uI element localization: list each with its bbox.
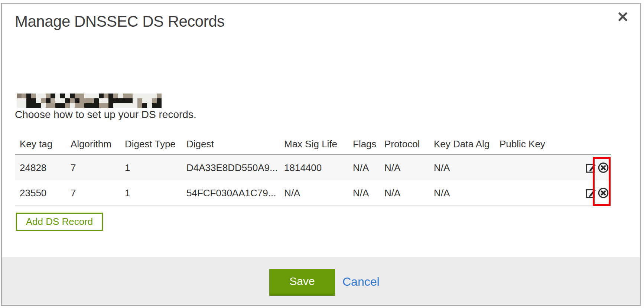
redaction-pixel — [17, 94, 22, 98]
page-background: Manage DNSSEC DS Records Choose how to s… — [0, 0, 644, 308]
redaction-pixel — [118, 103, 123, 108]
redaction-pixel — [94, 94, 99, 98]
redaction-pixel — [26, 103, 31, 108]
table-cell: 24828 — [15, 155, 66, 180]
redaction-pixel — [22, 94, 26, 98]
redaction-pixel — [65, 103, 70, 108]
redaction-pixel — [94, 103, 99, 108]
redaction-pixel — [17, 98, 22, 103]
table-cell: 7 — [66, 180, 120, 206]
redaction-pixel — [104, 94, 108, 98]
table-cell: N/A — [380, 155, 429, 180]
redaction-pixel — [113, 94, 118, 98]
redaction-pixel — [75, 103, 79, 108]
redaction-pixel — [152, 103, 157, 108]
redaction-pixel — [31, 94, 36, 98]
save-button[interactable]: Save — [269, 269, 335, 296]
table-cell — [495, 155, 579, 180]
redaction-pixel — [79, 94, 84, 98]
redaction-pixel — [152, 94, 157, 98]
table-row: 235507154FCF030AA1C79...N/AN/AN/AN/A — [15, 180, 611, 206]
cancel-link[interactable]: Cancel — [342, 275, 380, 289]
redaction-pixel — [104, 98, 108, 103]
redaction-pixel — [99, 103, 104, 108]
redaction-pixel — [89, 94, 94, 98]
add-ds-record-button[interactable]: Add DS Record — [16, 213, 103, 231]
redaction-pixel — [26, 98, 31, 103]
table-cell: D4A33E8DD550A9... — [182, 155, 279, 180]
table-cell: 23550 — [15, 180, 66, 206]
redaction-pixel — [84, 94, 89, 98]
dialog-title: Manage DNSSEC DS Records — [15, 13, 225, 30]
redaction-pixel — [89, 103, 94, 108]
edit-icon — [585, 187, 597, 199]
redaction-pixel — [17, 103, 22, 108]
column-header: Protocol — [380, 134, 429, 155]
column-header: Digest Type — [120, 134, 182, 155]
redaction-pixel — [104, 103, 108, 108]
redaction-pixel — [22, 103, 26, 108]
redaction-pixel — [60, 98, 65, 103]
table-cell: N/A — [348, 155, 380, 180]
redaction-pixel — [55, 98, 60, 103]
column-header-actions — [579, 134, 611, 155]
redaction-pixel — [133, 103, 137, 108]
redaction-pixel — [137, 94, 142, 98]
table-body: 2482871D4A33E8DD550A9...1814400N/AN/AN/A… — [15, 155, 611, 206]
redaction-pixel — [108, 103, 113, 108]
instruction-text: Choose how to set up your DS records. — [15, 109, 196, 121]
redaction-pixel — [128, 103, 133, 108]
redaction-pixel — [55, 103, 60, 108]
redaction-pixel — [123, 98, 128, 103]
close-button[interactable] — [615, 9, 631, 25]
redaction-pixel — [65, 98, 70, 103]
redaction-pixel — [157, 94, 162, 98]
table-cell — [495, 180, 579, 206]
redaction-pixel — [108, 94, 113, 98]
column-header: Key Data Alg — [429, 134, 495, 155]
redaction-pixel — [157, 98, 162, 103]
table-cell: N/A — [429, 180, 495, 206]
redaction-pixel — [79, 103, 84, 108]
redaction-pixel — [31, 98, 36, 103]
redaction-pixel — [36, 103, 41, 108]
redaction-pixel — [51, 98, 55, 103]
redaction-pixel — [142, 103, 147, 108]
redaction-pixel — [75, 94, 79, 98]
redaction-pixel — [70, 103, 75, 108]
dialog-footer: Save Cancel — [2, 257, 640, 305]
table-cell: N/A — [279, 180, 348, 206]
column-header: Algorithm — [66, 134, 120, 155]
manage-dnssec-dialog: Manage DNSSEC DS Records Choose how to s… — [1, 3, 641, 306]
edit-record-button[interactable] — [585, 161, 597, 174]
redaction-pixel — [157, 103, 162, 108]
redaction-pixel — [36, 94, 41, 98]
column-header: Public Key — [495, 134, 579, 155]
delete-record-button[interactable] — [597, 161, 609, 174]
redaction-pixel — [46, 103, 51, 108]
redaction-pixel — [75, 98, 79, 103]
redaction-pixel — [79, 98, 84, 103]
column-header: Key tag — [15, 134, 66, 155]
redaction-pixel — [99, 98, 104, 103]
table-cell: 7 — [66, 155, 120, 180]
redaction-pixel — [46, 94, 51, 98]
table-cell: N/A — [380, 180, 429, 206]
edit-record-button[interactable] — [585, 187, 597, 199]
table-cell: N/A — [348, 180, 380, 206]
redaction-pixel — [113, 98, 118, 103]
redaction-pixel — [137, 103, 142, 108]
redaction-pixel — [123, 94, 128, 98]
redaction-pixel — [70, 98, 75, 103]
redaction-pixel — [147, 94, 152, 98]
delete-record-button[interactable] — [597, 187, 609, 199]
table-header-row: Key tagAlgorithmDigest TypeDigestMax Sig… — [15, 134, 611, 155]
delete-icon — [597, 161, 609, 174]
redaction-pixel — [60, 94, 65, 98]
redaction-pixel — [152, 98, 157, 103]
redaction-pixel — [128, 94, 133, 98]
row-actions — [579, 180, 611, 206]
redaction-pixel — [51, 103, 55, 108]
redaction-pixel — [26, 94, 31, 98]
table-cell: 1 — [120, 180, 182, 206]
